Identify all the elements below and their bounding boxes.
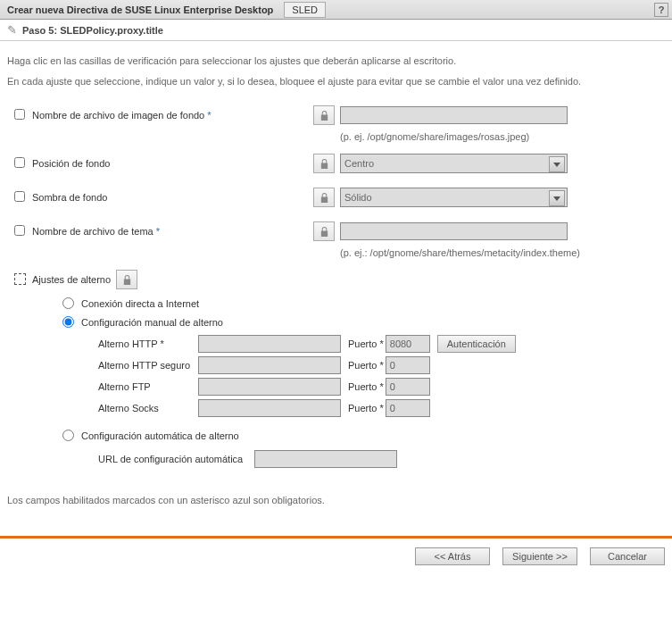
auth-button[interactable]: Autenticación [437, 335, 516, 353]
tab-sled[interactable]: SLED [284, 2, 326, 18]
next-button[interactable]: Siguiente >> [502, 547, 577, 565]
back-button[interactable]: << Atrás [415, 547, 490, 565]
bgshade-lock-button[interactable] [313, 188, 335, 207]
cancel-button[interactable]: Cancelar [590, 547, 665, 565]
step-bar: ✎ Paso 5: SLEDPolicy.proxy.title [0, 20, 672, 41]
ftp-proxy-input[interactable] [198, 378, 341, 396]
bgimage-checkbox[interactable] [14, 109, 25, 120]
proxy-auto-radio[interactable] [62, 430, 74, 441]
intro-text: Haga clic en las casillas de verificació… [7, 54, 665, 88]
step-title: Paso 5: SLEDPolicy.proxy.title [22, 25, 163, 36]
lock-icon [319, 192, 329, 204]
socks-proxy-input[interactable] [198, 399, 341, 417]
http-port-input[interactable] [386, 335, 430, 353]
http-proxy-input[interactable] [198, 335, 341, 353]
proxy-checkbox[interactable] [14, 273, 26, 285]
bgpos-select[interactable]: Centro [340, 154, 568, 173]
bgimage-input[interactable] [340, 106, 568, 124]
socks-port-label: Puerto * [348, 403, 384, 413]
https-port-input[interactable] [386, 356, 430, 374]
proxy-auto-label: Configuración automática de alterno [81, 430, 239, 441]
bgimage-hint: (p. ej. /opt/gnome/share/images/rosas.jp… [340, 131, 665, 142]
theme-lock-button[interactable] [313, 221, 335, 241]
https-proxy-input[interactable] [198, 356, 341, 374]
bgshade-label: Sombra de fondo [32, 192, 313, 203]
proxy-direct-label: Conexión directa a Internet [81, 298, 199, 309]
proxy-direct-radio[interactable] [62, 297, 74, 309]
footer-bar: << Atrás Siguiente >> Cancelar [0, 536, 672, 574]
bgpos-checkbox[interactable] [14, 157, 25, 168]
lock-icon [122, 274, 132, 286]
proxy-manual-label: Configuración manual de alterno [81, 317, 223, 328]
bgshade-checkbox[interactable] [14, 191, 25, 202]
titlebar: Crear nueva Directiva de SUSE Linux Ente… [0, 0, 672, 20]
theme-checkbox[interactable] [14, 225, 25, 236]
lock-icon [319, 158, 329, 170]
required-footnote: Los campos habilitados marcados con un a… [7, 495, 665, 505]
wizard-icon: ✎ [7, 23, 17, 37]
bgpos-label: Posición de fondo [32, 158, 313, 169]
proxy-lock-button[interactable] [116, 270, 137, 289]
lock-icon [319, 110, 329, 121]
theme-label: Nombre de archivo de tema* [32, 226, 313, 237]
auto-url-input[interactable] [254, 450, 397, 468]
proxy-label: Ajustes de alterno [32, 270, 313, 289]
bgimage-label: Nombre de archivo de imagen de fondo* [32, 110, 313, 121]
ftp-port-input[interactable] [386, 378, 430, 396]
auto-url-label: URL de configuración automática [98, 454, 254, 464]
ftp-proxy-label: Alterno FTP [98, 381, 198, 392]
lock-icon [319, 226, 329, 238]
https-port-label: Puerto * [348, 360, 384, 371]
bgimage-lock-button[interactable] [313, 105, 335, 125]
socks-port-input[interactable] [386, 399, 430, 417]
socks-proxy-label: Alterno Socks [98, 403, 198, 413]
help-button[interactable]: ? [654, 3, 668, 17]
http-port-label: Puerto * [348, 338, 384, 349]
https-proxy-label: Alterno HTTP seguro [98, 360, 198, 371]
ftp-port-label: Puerto * [348, 381, 384, 392]
window-title: Crear nueva Directiva de SUSE Linux Ente… [0, 4, 280, 15]
proxy-manual-radio[interactable] [62, 316, 74, 328]
http-proxy-label: Alterno HTTP * [98, 338, 198, 349]
bgshade-select[interactable]: Sólido [340, 188, 568, 207]
theme-hint: (p. ej.: /opt/gnome/share/themes/metacit… [340, 247, 665, 258]
theme-input[interactable] [340, 222, 568, 240]
bgpos-lock-button[interactable] [313, 154, 335, 173]
